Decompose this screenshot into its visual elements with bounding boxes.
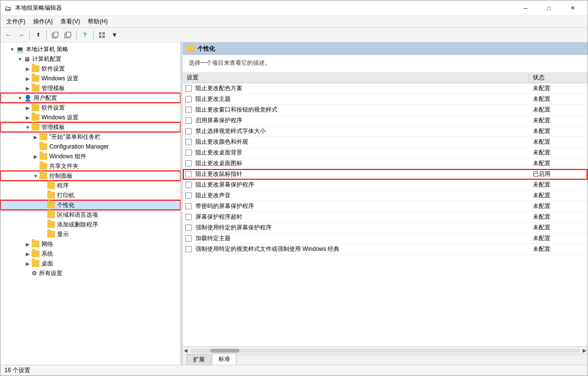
copy-button-1[interactable] xyxy=(49,30,61,40)
admin-templates-1-toggle[interactable]: ▶ xyxy=(24,84,32,92)
policy-row[interactable]: 带密码的屏幕保护程序 未配置 xyxy=(183,201,588,212)
horizontal-scrollbar[interactable]: ◀ ▶ xyxy=(183,346,588,354)
policy-row[interactable]: 加载特定主题 未配置 xyxy=(183,233,588,244)
tree-software-settings-1[interactable]: ▶ 软件设置 xyxy=(0,64,180,74)
policy-row[interactable]: 阻止更改桌面图标 未配置 xyxy=(183,158,588,169)
tree-config-manager[interactable]: ▶ Configuration Manager xyxy=(0,142,180,151)
desktop-toggle[interactable]: ▶ xyxy=(24,260,32,267)
up-button[interactable]: ⬆ xyxy=(32,30,44,40)
tree-admin-templates-1[interactable]: ▶ 管理模板 xyxy=(0,83,180,93)
policy-row[interactable]: 阻止更改窗口和按钮的视觉样式 未配置 xyxy=(183,105,588,115)
admin-templates-2-toggle[interactable]: ▼ xyxy=(24,123,32,131)
policy-status-6: 未配置 xyxy=(529,149,588,157)
programs-folder-icon xyxy=(47,182,55,189)
network-toggle[interactable]: ▶ xyxy=(24,240,32,248)
windows-settings-1-toggle[interactable]: ▶ xyxy=(24,75,32,82)
policy-row[interactable]: 阻止更改配色方案 未配置 xyxy=(183,83,588,94)
system-toggle[interactable]: ▶ xyxy=(24,250,32,258)
tree-software-settings-2[interactable]: ▶ 软件设置 xyxy=(0,103,180,113)
policy-list[interactable]: 设置 状态 阻止更改配色方案 未配置 阻止更改主题 未配置 阻止更改窗口和按钮的… xyxy=(183,73,588,346)
menu-help[interactable]: 帮助(H) xyxy=(84,17,112,27)
policy-text-3: 启用屏幕保护程序 xyxy=(196,116,529,125)
tree-admin-templates-2[interactable]: ▼ 管理模板 xyxy=(0,122,180,132)
windows-components-toggle[interactable]: ▶ xyxy=(32,152,39,160)
policy-row[interactable]: 屏幕保护程序超时 未配置 xyxy=(183,212,588,223)
policy-icon-square-6 xyxy=(185,150,192,156)
tree-windows-components[interactable]: ▶ Windows 组件 xyxy=(0,151,180,161)
close-button[interactable]: ✕ xyxy=(561,1,584,15)
menu-file[interactable]: 文件(F) xyxy=(2,17,29,27)
policy-icon-square-3 xyxy=(185,117,192,124)
policy-list-header: 设置 状态 xyxy=(183,73,588,83)
tree-all-settings[interactable]: ▶ ⚙ 所有设置 xyxy=(0,268,180,278)
root-toggle[interactable]: ▼ xyxy=(8,45,16,53)
tree-shared-folders[interactable]: ▶ 共享文件夹 xyxy=(0,161,180,171)
tree-printers[interactable]: ▶ 打印机 xyxy=(0,190,180,200)
policy-row[interactable]: 强制使用特定的视觉样式文件或强制使用 Windows 经典 未配置 xyxy=(183,244,588,255)
menu-action[interactable]: 操作(A) xyxy=(29,17,57,27)
policy-row[interactable]: 阻止更改颜色和外观 未配置 xyxy=(183,137,588,148)
maximize-button[interactable]: □ xyxy=(538,1,560,15)
tree-root[interactable]: ▼ 💻 本地计算机 策略 xyxy=(0,44,180,54)
col-setting-header: 设置 xyxy=(183,74,529,82)
policy-icon-1 xyxy=(185,95,194,104)
back-button[interactable]: ← xyxy=(2,30,14,40)
policy-row[interactable]: 启用屏幕保护程序 未配置 xyxy=(183,115,588,126)
computer-config-toggle[interactable]: ▼ xyxy=(16,55,24,63)
tree-windows-settings-1[interactable]: ▶ Windows 设置 xyxy=(0,74,180,83)
policy-row[interactable]: 禁止选择视觉样式字体大小 未配置 xyxy=(183,126,588,137)
scroll-thumb[interactable] xyxy=(210,349,239,353)
tree-display[interactable]: ▶ 显示 xyxy=(0,229,180,239)
scroll-left-btn[interactable]: ◀ xyxy=(183,348,189,353)
menu-bar: 文件(F) 操作(A) 查看(V) 帮助(H) xyxy=(0,16,588,28)
tree-start-menu-label: "开始"菜单和任务栏 xyxy=(49,133,100,141)
copy-button-2[interactable] xyxy=(62,30,74,40)
forward-button[interactable]: → xyxy=(15,30,27,40)
policy-icon-square-4 xyxy=(185,128,192,134)
policy-row[interactable]: 阻止更改桌面背景 未配置 xyxy=(183,148,588,158)
policy-status-2: 未配置 xyxy=(529,106,588,114)
svg-rect-5 xyxy=(102,32,105,35)
dropdown-button[interactable]: ▼ xyxy=(109,30,120,40)
tree-programs[interactable]: ▶ 程序 xyxy=(0,181,180,190)
control-panel-toggle[interactable]: ▼ xyxy=(32,172,39,180)
scroll-track[interactable] xyxy=(191,349,580,353)
policy-text-13: 强制使用特定的屏幕保护程序 xyxy=(196,224,529,232)
tree-programs-label: 程序 xyxy=(57,182,69,190)
tree-regional-options[interactable]: ▶ 区域和语言选项 xyxy=(0,210,180,220)
menu-view[interactable]: 查看(V) xyxy=(57,17,84,27)
policy-text-5: 阻止更改颜色和外观 xyxy=(196,138,529,146)
policy-row-highlighted[interactable]: 阻止更改鼠标指针 已启用 xyxy=(183,169,588,180)
tree-panel[interactable]: ▼ 💻 本地计算机 策略 ▼ 🖥 计算机配置 ▶ 软件设置 xyxy=(0,42,181,365)
policy-row[interactable]: 阻止更改主题 未配置 xyxy=(183,94,588,105)
policy-row[interactable]: 阻止更改声音 未配置 xyxy=(183,190,588,201)
tab-expand[interactable]: 扩展 xyxy=(187,354,211,365)
tree-computer-config[interactable]: ▼ 🖥 计算机配置 xyxy=(0,54,180,64)
tree-start-menu[interactable]: ▶ "开始"菜单和任务栏 xyxy=(0,132,180,142)
tab-standard[interactable]: 标准 xyxy=(212,354,236,365)
tree-personalization[interactable]: ▶ 个性化 xyxy=(0,200,180,210)
minimize-button[interactable]: ─ xyxy=(514,1,537,15)
help-button[interactable]: ? xyxy=(79,30,91,40)
tree-user-config[interactable]: ▼ 👤 用户配置 xyxy=(0,93,180,103)
view-button[interactable] xyxy=(96,30,108,40)
user-config-toggle[interactable]: ▼ xyxy=(16,94,24,102)
toolbar-sep-1 xyxy=(29,31,30,39)
software-settings-2-toggle[interactable]: ▶ xyxy=(24,104,32,112)
policy-row[interactable]: 强制使用特定的屏幕保护程序 未配置 xyxy=(183,223,588,233)
policy-icon-square-14 xyxy=(185,235,192,242)
software-settings-1-toggle[interactable]: ▶ xyxy=(24,65,32,73)
tree-desktop[interactable]: ▶ 桌面 xyxy=(0,259,180,268)
tree-system[interactable]: ▶ 系统 xyxy=(0,249,180,259)
windows-settings-2-toggle[interactable]: ▶ xyxy=(24,113,32,121)
tree-network[interactable]: ▶ 网络 xyxy=(0,239,180,249)
start-menu-toggle[interactable]: ▶ xyxy=(32,133,39,141)
tree-add-remove[interactable]: ▶ 添加或删除程序 xyxy=(0,220,180,229)
tree-display-label: 显示 xyxy=(57,230,69,239)
policy-status-3: 未配置 xyxy=(529,116,588,125)
tree-control-panel[interactable]: ▼ 控制面板 xyxy=(0,171,180,181)
scroll-right-btn[interactable]: ▶ xyxy=(582,348,588,353)
policy-row[interactable]: 阻止更改屏幕保护程序 未配置 xyxy=(183,180,588,190)
tree-windows-settings-2[interactable]: ▶ Windows 设置 xyxy=(0,113,180,122)
window-controls: ─ □ ✕ xyxy=(514,1,584,15)
